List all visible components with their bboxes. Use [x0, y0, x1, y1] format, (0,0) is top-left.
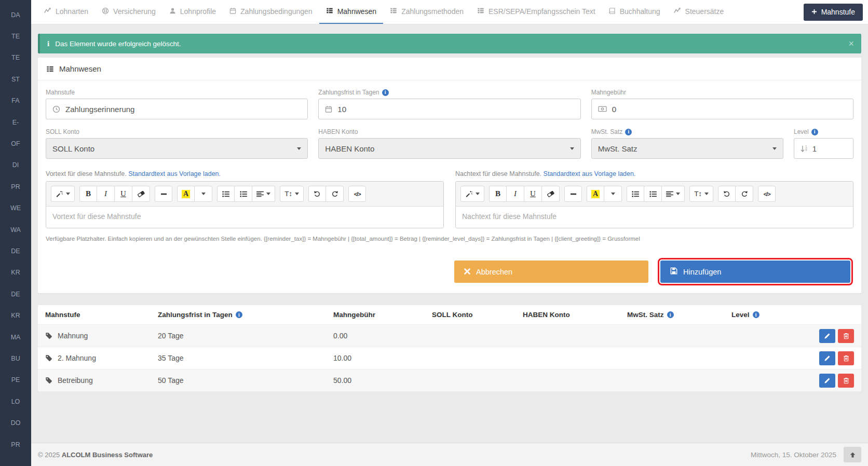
vortext-textarea[interactable]: Vortext für diese Mahnstufe	[46, 207, 443, 228]
add-mahnstufe-button[interactable]: Mahnstufe	[804, 4, 863, 21]
sidebar-item[interactable]: DA	[0, 4, 31, 25]
load-template-link[interactable]: Standardtext aus Vorlage laden.	[128, 170, 221, 177]
load-template-link[interactable]: Standardtext aus Vorlage laden.	[544, 170, 636, 177]
redo-button[interactable]	[326, 186, 344, 202]
submit-button[interactable]: Hinzufügen	[660, 261, 850, 283]
tab-steuersaetze[interactable]: Steuersätze	[667, 0, 731, 24]
bold-button[interactable]: B	[489, 186, 507, 202]
scroll-top-button[interactable]	[844, 447, 861, 462]
delete-button[interactable]	[838, 329, 854, 343]
zahlungsfrist-input[interactable]: 10	[318, 99, 580, 119]
sidebar-item[interactable]: PE	[0, 369, 31, 391]
undo-button[interactable]	[308, 186, 326, 202]
sidebar-item[interactable]: KR	[0, 262, 31, 283]
font-color-button[interactable]: A	[587, 186, 604, 202]
style-magic-button[interactable]	[460, 186, 484, 202]
row-mahnstufe: 2. Mahnung	[58, 354, 96, 362]
sidebar-item[interactable]: LO	[0, 391, 31, 412]
font-color-caret-button[interactable]	[195, 186, 212, 202]
tab-zahlungsmethoden[interactable]: Zahlungsmethoden	[383, 0, 470, 24]
vortext-editor-col: Vortext für diese Mahnstufe. Standardtex…	[46, 170, 444, 228]
font-color-button[interactable]: A	[177, 186, 195, 202]
tab-mahnwesen[interactable]: Mahnwesen	[319, 0, 384, 24]
sidebar-item[interactable]: KR	[0, 305, 31, 326]
paragraph-align-button[interactable]	[662, 186, 685, 202]
tab-esr-sepa[interactable]: ESR/SEPA/Empfangsschein Text	[470, 0, 602, 24]
sidebar-item[interactable]: PR	[0, 434, 31, 455]
info-circle-icon[interactable]: i	[236, 311, 242, 318]
edit-button[interactable]	[819, 351, 835, 365]
sidebar-item[interactable]: TE	[0, 25, 31, 47]
delete-button[interactable]	[838, 374, 854, 388]
unordered-list-button[interactable]	[217, 186, 235, 202]
sidebar-item[interactable]: FA	[0, 90, 31, 112]
paragraph-align-button[interactable]	[252, 186, 275, 202]
sidebar-item[interactable]: DE	[0, 240, 31, 262]
sidebar-item[interactable]: TE	[0, 47, 31, 68]
info-circle-icon[interactable]: i	[667, 311, 674, 318]
mwst-satz-select[interactable]: MwSt. Satz	[591, 138, 783, 159]
soll-konto-select[interactable]: SOLL Konto	[46, 138, 308, 159]
chart-line-icon	[44, 7, 51, 16]
line-height-button[interactable]: T↕	[280, 186, 304, 202]
sidebar-item[interactable]: WA	[0, 219, 31, 240]
horizontal-rule-button[interactable]	[564, 186, 582, 202]
edit-button[interactable]	[819, 329, 835, 343]
edit-button[interactable]	[819, 374, 835, 388]
ordered-list-button[interactable]	[644, 186, 662, 202]
mahngebuehr-input[interactable]: 0	[591, 99, 853, 119]
cancel-button[interactable]: Abbrechen	[454, 261, 648, 283]
undo-button[interactable]	[718, 186, 736, 202]
pencil-icon	[824, 355, 831, 362]
redo-button[interactable]	[736, 186, 753, 202]
line-height-button[interactable]: T↕	[689, 186, 713, 202]
info-circle-icon[interactable]: i	[382, 89, 389, 96]
tab-versicherung[interactable]: Versicherung	[95, 0, 162, 24]
sidebar-item[interactable]: OF	[0, 133, 31, 154]
tab-zahlungsbedingungen[interactable]: Zahlungsbedingungen	[223, 0, 319, 24]
sidebar-item[interactable]: BU	[0, 348, 31, 369]
sidebar-item[interactable]: DE	[0, 283, 31, 305]
tab-lohnprofile[interactable]: Lohnprofile	[162, 0, 223, 24]
mahnstufe-input[interactable]: Zahlungserinnerung	[46, 99, 308, 119]
italic-button[interactable]: I	[97, 186, 115, 202]
ordered-list-button[interactable]	[235, 186, 252, 202]
unordered-list-button[interactable]	[627, 186, 644, 202]
delete-button[interactable]	[838, 351, 854, 365]
underline-button[interactable]: U	[524, 186, 542, 202]
clear-format-button[interactable]	[542, 186, 560, 202]
clear-format-button[interactable]	[132, 186, 150, 202]
sidebar-item[interactable]: DO	[0, 412, 31, 433]
caret-down-icon	[295, 193, 299, 195]
caret-down-icon	[772, 147, 777, 150]
underline-button[interactable]: U	[115, 186, 132, 202]
italic-button[interactable]: I	[507, 186, 524, 202]
info-circle-icon[interactable]: i	[753, 311, 760, 318]
sidebar-item[interactable]: DI	[0, 155, 31, 176]
bold-button[interactable]: B	[79, 186, 97, 202]
haben-konto-select[interactable]: HABEN Konto	[318, 138, 580, 159]
font-color-caret-button[interactable]	[604, 186, 622, 202]
info-circle-icon[interactable]: i	[625, 129, 632, 135]
column-header: Zahlungsfrist in Tageni	[158, 311, 333, 319]
tab-lohnarten[interactable]: Lohnarten	[37, 0, 95, 24]
tab-label: Zahlungsmethoden	[401, 7, 464, 16]
horizontal-rule-button[interactable]	[155, 186, 172, 202]
tag-icon	[45, 354, 52, 362]
sidebar-item[interactable]: PR	[0, 176, 31, 197]
sidebar-item[interactable]: WE	[0, 198, 31, 219]
field-level: Level i 19 1	[794, 128, 853, 159]
sidebar-item[interactable]: E-	[0, 112, 31, 133]
info-circle-icon[interactable]: i	[811, 129, 818, 135]
sidebar-item[interactable]: MA	[0, 326, 31, 348]
style-magic-button[interactable]	[51, 186, 75, 202]
tab-label: Versicherung	[113, 7, 156, 16]
alert-close-icon[interactable]: ×	[848, 39, 854, 48]
code-view-button[interactable]: </>	[758, 186, 776, 202]
tab-buchhaltung[interactable]: Buchhaltung	[602, 0, 667, 24]
nachtext-textarea[interactable]: Nachtext für diese Mahnstufe	[456, 207, 853, 228]
tab-label: Lohnarten	[56, 7, 88, 16]
level-input[interactable]: 19 1	[794, 138, 853, 159]
sidebar-item[interactable]: ST	[0, 68, 31, 90]
code-view-button[interactable]: </>	[348, 186, 366, 202]
